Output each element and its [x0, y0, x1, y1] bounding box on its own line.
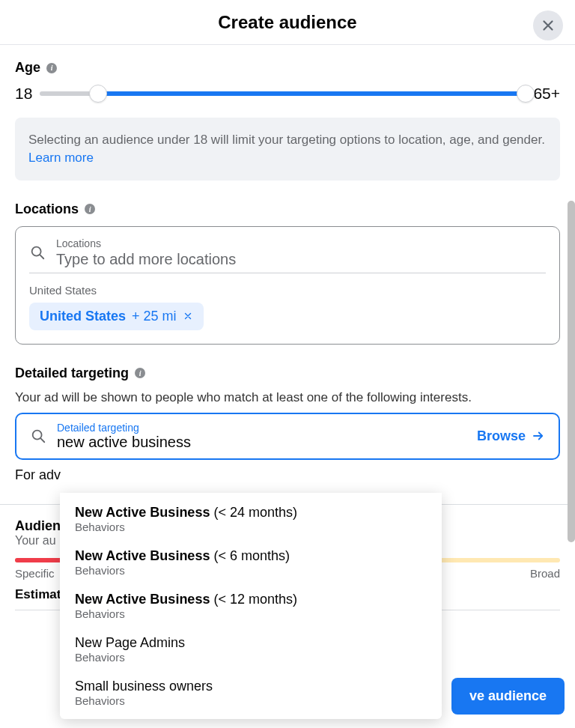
age-notice: Selecting an audience under 18 will limi… [15, 118, 560, 181]
suggestion-category: Behaviors [75, 521, 427, 533]
suggestion-category: Behaviors [75, 694, 427, 707]
location-chip[interactable]: United States + 25 mi [29, 303, 204, 330]
modal-title: Create audience [218, 12, 356, 33]
suggestion-category: Behaviors [75, 651, 427, 664]
svg-line-1 [40, 255, 43, 258]
browse-button[interactable]: Browse [477, 428, 545, 444]
age-slider-row: 18 65+ [15, 85, 560, 103]
modal-header: Create audience [0, 0, 575, 45]
locations-input[interactable] [56, 251, 546, 268]
locations-region-label: United States [29, 284, 546, 297]
detailed-targeting-subtitle: Your ad will be shown to people who matc… [15, 390, 560, 405]
suggestion-title: New Active Business (< 12 months) [75, 592, 427, 607]
search-icon [30, 428, 46, 444]
detailed-targeting-float-label: Detailed targeting [57, 422, 466, 434]
age-min-value: 18 [15, 85, 32, 103]
svg-line-3 [40, 438, 44, 442]
search-icon [29, 244, 46, 261]
age-slider[interactable] [40, 85, 526, 103]
locations-input-row: Locations [29, 237, 546, 273]
detailed-targeting-box: Detailed targeting Browse [15, 413, 560, 460]
suggestion-item[interactable]: New Active Business (< 24 months)Behavio… [60, 497, 442, 541]
suggestion-title: New Page Admins [75, 635, 427, 651]
learn-more-link[interactable]: Learn more [28, 151, 94, 165]
advanced-targeting-text: For adv [15, 467, 560, 483]
save-audience-button[interactable]: ve audience [451, 678, 565, 715]
age-slider-thumb-max[interactable] [517, 85, 535, 103]
info-icon[interactable]: i [46, 63, 57, 73]
info-icon[interactable]: i [135, 368, 145, 378]
age-label: Age i [15, 60, 560, 76]
location-chip-remove[interactable] [183, 311, 193, 321]
close-button[interactable] [533, 10, 563, 40]
suggestion-title: Small business owners [75, 679, 427, 694]
suggestion-title: New Active Business (< 24 months) [75, 505, 427, 521]
age-max-value: 65+ [533, 85, 560, 103]
age-slider-thumb-min[interactable] [89, 85, 107, 103]
suggestion-item[interactable]: New Page AdminsBehaviors [60, 628, 442, 671]
suggestion-item[interactable]: New Active Business (< 12 months)Behavio… [60, 584, 442, 628]
suggestion-category: Behaviors [75, 564, 427, 577]
locations-label: Locations i [15, 201, 560, 217]
suggestion-category: Behaviors [75, 607, 427, 620]
detailed-targeting-input[interactable] [57, 434, 466, 451]
meter-broad-label: Broad [530, 567, 560, 580]
scrollbar[interactable] [568, 201, 575, 542]
targeting-suggestions-dropdown: New Active Business (< 24 months)Behavio… [60, 493, 442, 719]
close-icon [540, 17, 556, 34]
locations-float-label: Locations [56, 237, 546, 249]
locations-box: Locations United States United States + … [15, 226, 560, 345]
close-icon [183, 311, 193, 321]
suggestion-item[interactable]: Small business ownersBehaviors [60, 671, 442, 715]
suggestion-title: New Active Business (< 6 months) [75, 548, 427, 564]
arrow-right-icon [532, 429, 545, 443]
info-icon[interactable]: i [85, 204, 95, 214]
location-chip-radius: + 25 mi [132, 309, 177, 324]
location-chip-name: United States [40, 309, 126, 324]
detailed-targeting-label: Detailed targeting i [15, 365, 560, 381]
meter-specific-label: Specific [15, 567, 55, 580]
suggestion-item[interactable]: New Active Business (< 6 months)Behavior… [60, 541, 442, 584]
